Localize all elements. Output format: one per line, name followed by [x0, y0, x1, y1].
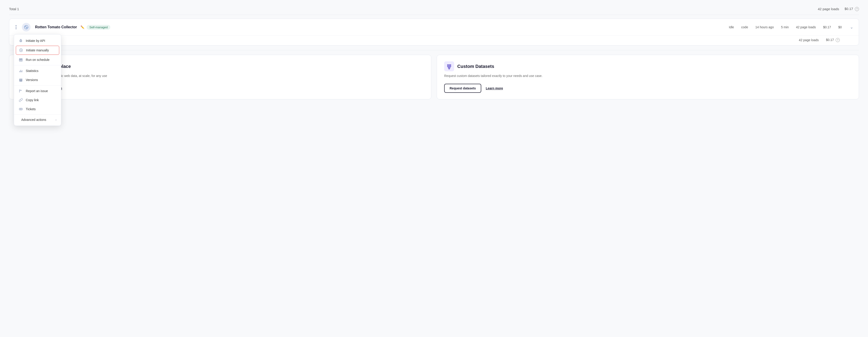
svg-point-14: [21, 109, 21, 110]
flag-icon: [19, 89, 23, 93]
svg-point-27: [448, 68, 450, 69]
help-icon[interactable]: ?: [855, 7, 859, 11]
menu-item-advanced-actions[interactable]: Advanced actions ›: [14, 116, 61, 124]
svg-rect-11: [20, 80, 22, 81]
dataset-marketplace-card: Dtaset Marketplace made, structured, acc…: [9, 55, 431, 100]
total-label: Total 1: [9, 7, 19, 11]
summary-row: Total 1 42 page loads $0.17 ?: [9, 4, 859, 15]
summary-page-loads: 42 page loads: [818, 7, 839, 11]
menu-item-report-issue[interactable]: Report an issue: [14, 86, 61, 95]
collector-duration: 5 min: [781, 25, 789, 29]
menu-divider-3: [14, 114, 61, 115]
custom-datasets-icon: [444, 61, 454, 71]
menu-label-report-issue: Report an issue: [26, 89, 48, 93]
menu-item-run-schedule[interactable]: Run on schedule: [14, 55, 61, 64]
menu-item-copy-link[interactable]: Copy link: [14, 95, 61, 105]
svg-point-19: [447, 64, 448, 66]
svg-marker-5: [21, 50, 22, 51]
collector-name: Rotten Tomato Collector: [35, 25, 77, 29]
menu-item-initiate-manually[interactable]: Initiate manually: [16, 46, 59, 55]
advanced-chevron-icon: ›: [55, 118, 57, 121]
svg-rect-7: [20, 60, 20, 60]
collector-last-run: 14 hours ago: [755, 25, 774, 29]
menu-label-run-schedule: Run on schedule: [26, 58, 50, 61]
svg-rect-9: [21, 60, 22, 60]
play-icon: [19, 48, 23, 53]
custom-datasets-desc: Request custom datasets tailored exactly…: [444, 74, 851, 78]
svg-point-25: [448, 67, 449, 68]
calendar-icon: [19, 57, 23, 62]
custom-learn-more-button[interactable]: Learn more: [486, 86, 503, 90]
edit-icon[interactable]: ✏️: [81, 25, 84, 29]
context-menu: Initiate by API Initiate manually: [14, 34, 61, 126]
svg-rect-12: [20, 81, 22, 82]
collector-icon: [22, 23, 31, 31]
collector-cost: $0.17: [823, 25, 831, 29]
sub-page-loads: 42 page loads: [799, 38, 819, 42]
svg-point-26: [449, 67, 451, 68]
menu-label-initiate-api: Initiate by API: [26, 39, 45, 43]
link-icon: [19, 98, 23, 102]
svg-point-24: [450, 66, 451, 67]
custom-datasets-actions: Request datasets Learn more: [444, 84, 851, 93]
cards-row: Dtaset Marketplace made, structured, acc…: [9, 55, 859, 100]
collector-usage-cost: $0: [838, 25, 842, 29]
collector-type: code: [741, 25, 748, 29]
self-managed-badge: Self-managed: [87, 25, 110, 30]
custom-datasets-card: Custom Datasets Request custom datasets …: [437, 55, 859, 100]
sub-help-icon[interactable]: ?: [836, 38, 840, 42]
menu-label-advanced: Advanced actions: [21, 118, 46, 121]
collector-card: Rotten Tomato Collector ✏️ Self-managed …: [9, 19, 859, 46]
summary-cost: $0.17 ?: [844, 7, 859, 11]
summary-stats: 42 page loads $0.17 ?: [818, 7, 859, 11]
separator-line: [9, 50, 859, 50]
collector-meta: Idle code 14 hours ago 5 min 42 page loa…: [729, 25, 842, 29]
svg-point-22: [447, 66, 448, 67]
dots-menu-button[interactable]: [15, 24, 18, 30]
collector-sub-row: 42 page loads $0.17 ?: [9, 35, 859, 45]
menu-divider-2: [14, 85, 61, 86]
menu-label-statistics: Statistics: [26, 69, 38, 73]
sub-cost: $0.17 ?: [826, 38, 840, 42]
robot-icon: [19, 38, 23, 43]
menu-item-tickets[interactable]: Tickets: [14, 105, 61, 114]
layers-icon: [19, 78, 23, 82]
svg-point-20: [448, 64, 450, 66]
custom-datasets-title: Custom Datasets: [457, 64, 494, 69]
menu-label-copy-link: Copy link: [26, 98, 39, 102]
collector-name-group: Rotten Tomato Collector ✏️ Self-managed: [35, 25, 110, 30]
menu-item-versions[interactable]: Versions: [14, 75, 61, 84]
marketplace-card-actions: Get Data Learn more: [17, 84, 424, 93]
svg-point-21: [450, 64, 451, 66]
menu-label-tickets: Tickets: [26, 107, 36, 111]
ticket-icon: [19, 107, 23, 111]
svg-rect-8: [21, 60, 21, 60]
chart-icon: [19, 68, 23, 73]
svg-point-2: [20, 41, 21, 41]
collector-page-loads: 42 page loads: [796, 25, 816, 29]
menu-item-statistics[interactable]: Statistics: [14, 66, 61, 75]
svg-rect-10: [20, 79, 22, 80]
collector-row: Rotten Tomato Collector ✏️ Self-managed …: [9, 19, 859, 35]
svg-point-3: [21, 41, 22, 41]
menu-divider-1: [14, 65, 61, 65]
custom-datasets-card-header: Custom Datasets: [444, 61, 851, 71]
menu-label-initiate-manually: Initiate manually: [26, 49, 49, 52]
marketplace-card-header: Dtaset Marketplace: [17, 61, 424, 71]
menu-label-versions: Versions: [26, 78, 38, 82]
marketplace-card-desc: made, structured, accurate public web da…: [17, 74, 424, 78]
expand-chevron-button[interactable]: ⌄: [850, 25, 853, 30]
svg-point-23: [448, 66, 450, 67]
menu-item-initiate-api[interactable]: Initiate by API: [14, 36, 61, 45]
collector-status: Idle: [729, 25, 734, 29]
request-datasets-button[interactable]: Request datasets: [444, 84, 481, 93]
